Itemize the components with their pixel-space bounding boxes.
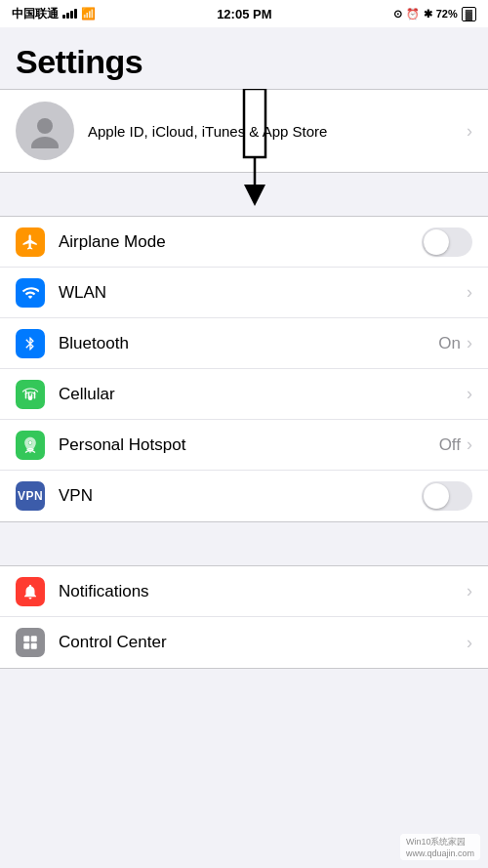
avatar (16, 102, 74, 160)
wlan-row[interactable]: WLAN › (0, 268, 488, 318)
location-icon: ⊙ (393, 8, 402, 21)
alarm-icon: ⏰ (406, 8, 420, 21)
notifications-chevron-icon: › (467, 581, 472, 601)
wlan-icon (16, 278, 45, 308)
bluetooth-chevron-icon: › (467, 333, 472, 353)
svg-point-10 (28, 440, 31, 443)
personal-hotspot-chevron-icon: › (467, 434, 472, 455)
status-time: 12:05 PM (217, 7, 271, 21)
vpn-icon: VPN (16, 481, 45, 511)
status-left: 中国联通 📶 (12, 6, 96, 22)
svg-rect-12 (31, 636, 37, 641)
section-divider-2 (0, 530, 488, 565)
svg-rect-6 (25, 390, 27, 398)
wifi-status-icon: 📶 (81, 7, 96, 21)
hotspot-svg (20, 435, 40, 455)
airplane-mode-knob (424, 229, 449, 255)
wifi-svg (21, 284, 39, 302)
vpn-row[interactable]: VPN VPN (0, 471, 488, 521)
svg-rect-8 (31, 393, 33, 398)
airplane-mode-row[interactable]: Airplane Mode (0, 217, 488, 268)
page-title: Settings (16, 43, 472, 81)
personal-hotspot-row[interactable]: Personal Hotspot Off › (0, 420, 488, 471)
control-center-svg (21, 634, 39, 651)
notifications-icon (16, 577, 45, 606)
wlan-chevron-icon: › (467, 282, 472, 303)
control-center-chevron-icon: › (467, 633, 472, 653)
personal-hotspot-value: Off (439, 435, 461, 455)
vpn-knob (424, 483, 449, 509)
battery-text: 72% (436, 8, 458, 20)
notifications-svg (21, 583, 39, 600)
bluetooth-status-icon: ✱ (424, 8, 432, 21)
watermark: Win10系统家园 www.qduajin.com (400, 834, 480, 860)
personal-hotspot-label: Personal Hotspot (59, 435, 439, 455)
control-center-row[interactable]: Control Center › (0, 617, 488, 668)
bluetooth-value: On (438, 334, 461, 353)
svg-point-3 (37, 118, 53, 134)
person-icon (27, 113, 62, 148)
airplane-mode-toggle[interactable] (422, 227, 472, 257)
svg-rect-13 (23, 643, 29, 649)
notifications-section: Notifications › Control Center › (0, 565, 488, 669)
control-center-label: Control Center (59, 633, 467, 652)
battery-icon: ▓ (462, 7, 476, 21)
cellular-row[interactable]: Cellular › (0, 369, 488, 420)
cellular-chevron-icon: › (467, 384, 472, 404)
account-chevron-icon: › (467, 121, 472, 142)
bluetooth-label: Bluetooth (59, 334, 438, 353)
control-center-icon (16, 628, 45, 657)
bluetooth-svg (22, 336, 38, 351)
vpn-label: VPN (59, 486, 422, 506)
notifications-row[interactable]: Notifications › (0, 566, 488, 617)
svg-rect-0 (244, 89, 265, 157)
cellular-svg (21, 386, 39, 403)
svg-point-4 (31, 137, 59, 148)
cellular-label: Cellular (59, 385, 467, 404)
connectivity-section: Airplane Mode WLAN › Bluetooth On › (0, 216, 488, 522)
signal-bars (62, 9, 77, 19)
svg-rect-14 (31, 643, 37, 649)
header: Settings (0, 27, 488, 89)
bluetooth-icon (16, 329, 45, 358)
svg-rect-9 (34, 392, 36, 399)
status-right: ⊙ ⏰ ✱ 72% ▓ (393, 7, 476, 21)
vpn-toggle[interactable] (422, 481, 472, 511)
carrier-text: 中国联通 (12, 6, 59, 22)
svg-rect-11 (23, 636, 29, 641)
notifications-label: Notifications (59, 582, 467, 601)
bluetooth-row[interactable]: Bluetooth On › (0, 318, 488, 369)
airplane-mode-label: Airplane Mode (59, 232, 422, 252)
wlan-label: WLAN (59, 283, 467, 303)
vpn-text-label: VPN (18, 489, 43, 503)
airplane-svg (21, 233, 39, 251)
arrow-annotation (224, 89, 283, 220)
cellular-icon (16, 380, 45, 409)
svg-marker-2 (244, 185, 265, 206)
airplane-mode-icon (16, 227, 45, 257)
svg-rect-7 (28, 392, 30, 398)
personal-hotspot-icon (16, 431, 45, 460)
status-bar: 中国联通 📶 12:05 PM ⊙ ⏰ ✱ 72% ▓ (0, 0, 488, 27)
